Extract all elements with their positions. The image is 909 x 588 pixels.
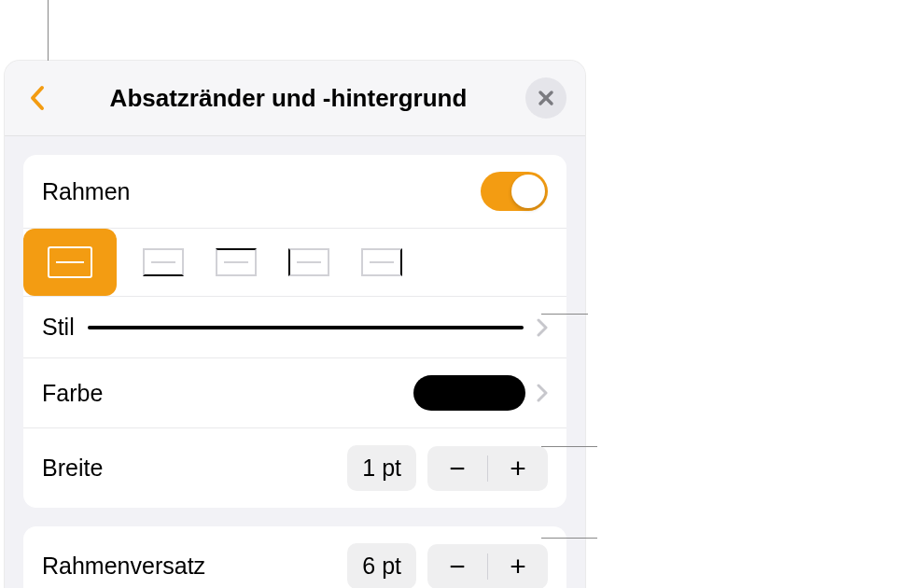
rahmenversatz-increment[interactable]: +	[488, 544, 548, 589]
callout-line-stil	[541, 314, 588, 315]
border-left-icon	[288, 248, 329, 276]
rahmenversatz-label: Rahmenversatz	[42, 553, 205, 580]
rahmen-row: Rahmen	[23, 155, 566, 229]
back-button[interactable]	[23, 84, 51, 112]
breite-row: Breite 1 pt − +	[23, 428, 566, 508]
chevron-left-icon	[29, 85, 46, 111]
rahmenversatz-decrement[interactable]: −	[427, 544, 487, 589]
border-type-all[interactable]	[23, 229, 117, 296]
rahmen-toggle[interactable]	[481, 172, 548, 211]
line-style-preview	[88, 326, 524, 329]
rahmenversatz-stepper: − +	[427, 544, 548, 589]
rahmenversatz-value: 6 pt	[347, 543, 416, 588]
rahmenversatz-section: Rahmenversatz 6 pt − +	[23, 526, 566, 588]
breite-value: 1 pt	[347, 445, 416, 491]
border-type-top[interactable]	[210, 245, 262, 279]
breite-increment[interactable]: +	[488, 446, 548, 491]
border-bottom-icon	[143, 248, 184, 276]
callout-line-rahmenversatz	[541, 538, 597, 539]
farbe-row[interactable]: Farbe	[23, 358, 566, 428]
border-all-icon	[48, 246, 92, 278]
color-swatch	[413, 375, 525, 411]
breite-label: Breite	[42, 455, 103, 482]
close-button[interactable]	[525, 77, 566, 119]
stil-row[interactable]: Stil	[23, 297, 566, 358]
border-type-bottom[interactable]	[137, 245, 189, 279]
rahmen-section: Rahmen Stil	[23, 155, 566, 508]
panel-title: Absatzränder und -hintergrund	[51, 84, 525, 113]
callout-line-vertical	[48, 0, 49, 61]
chevron-right-icon	[537, 318, 548, 337]
border-right-icon	[361, 248, 402, 276]
stil-label: Stil	[42, 314, 75, 341]
chevron-right-icon	[537, 384, 548, 402]
farbe-label: Farbe	[42, 380, 103, 407]
settings-panel: Absatzränder und -hintergrund Rahmen	[5, 61, 585, 588]
border-top-icon	[216, 248, 257, 276]
breite-stepper: − +	[427, 446, 548, 491]
border-type-right[interactable]	[356, 245, 408, 279]
breite-decrement[interactable]: −	[427, 446, 487, 491]
close-icon	[537, 89, 555, 107]
callout-line-breite	[541, 446, 597, 447]
rahmenversatz-row: Rahmenversatz 6 pt − +	[23, 526, 566, 588]
panel-header: Absatzränder und -hintergrund	[5, 61, 585, 136]
border-types-row	[23, 229, 566, 297]
rahmen-label: Rahmen	[42, 178, 131, 205]
border-type-left[interactable]	[283, 245, 335, 279]
